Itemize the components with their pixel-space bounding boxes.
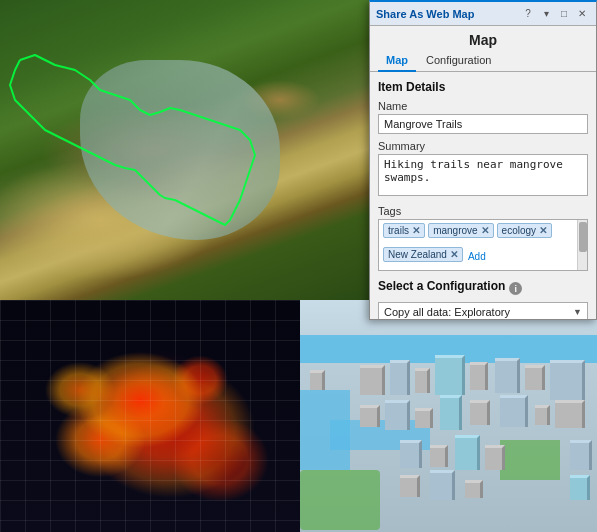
panel-heading: Map [370,26,596,50]
pin-button[interactable]: ▾ [538,6,554,22]
config-section-label: Select a Configuration [378,279,505,293]
building-21 [485,445,505,470]
tags-label: Tags [378,205,588,217]
green-area-2 [500,440,560,480]
building-2 [390,360,410,395]
building-7 [525,365,545,390]
config-dropdown[interactable]: Copy all data: Exploratory ▼ [378,302,588,319]
3d-city-canvas [300,300,597,532]
summary-input[interactable]: Hiking trails near mangrove swamps. [378,154,588,196]
3d-city-map [300,300,597,532]
tag-trails-remove[interactable]: ✕ [412,225,420,236]
add-tag-button[interactable]: Add [466,249,488,264]
panel-controls: ? ▾ □ ✕ [520,6,590,22]
building-6 [495,358,520,393]
building-5 [470,362,488,390]
info-icon[interactable]: i [509,282,522,295]
panel-title: Share As Web Map [376,8,474,20]
heatmap-canvas [0,300,300,532]
share-web-map-panel: Share As Web Map ? ▾ □ ✕ Map Map Configu… [369,0,597,320]
building-25 [465,480,483,498]
main-container: Share As Web Map ? ▾ □ ✕ Map Map Configu… [0,0,597,532]
tag-new-zealand: New Zealand ✕ [383,247,463,262]
building-20 [455,435,480,470]
panel-body: Item Details Name Summary Hiking trails … [370,72,596,319]
building-26 [570,475,590,500]
scroll-thumb [579,222,587,252]
tab-configuration[interactable]: Configuration [418,50,499,72]
name-input[interactable] [378,114,588,134]
building-24 [430,470,455,500]
building-22 [570,440,592,470]
building-17 [555,400,585,428]
building-15 [500,395,528,427]
panel-titlebar: Share As Web Map ? ▾ □ ✕ [370,2,596,26]
building-14 [470,400,490,425]
close-button[interactable]: ✕ [574,6,590,22]
dropdown-arrow-icon: ▼ [573,307,582,317]
green-area-1 [300,470,380,530]
building-13 [440,395,462,430]
panel-tabs: Map Configuration [370,50,596,72]
heatmap-panel [0,300,300,532]
building-3 [415,368,430,393]
tag-mangrove: mangrove ✕ [428,223,493,238]
config-section: Select a Configuration i Copy all data: … [378,279,588,319]
building-1 [360,365,385,395]
config-label-row: Select a Configuration i [378,279,588,298]
building-10 [360,405,380,427]
tab-map[interactable]: Map [378,50,416,72]
top-satellite-map [0,0,370,300]
tag-ecology: ecology ✕ [497,223,552,238]
building-4 [435,355,465,395]
building-16 [535,405,550,425]
name-label: Name [378,100,588,112]
tag-new-zealand-remove[interactable]: ✕ [450,249,458,260]
building-23 [400,475,420,497]
heat-grid-overlay [0,300,300,532]
tags-container: trails ✕ mangrove ✕ ecology ✕ New Zealan… [378,219,588,271]
config-dropdown-value: Copy all data: Exploratory [384,306,510,318]
tag-ecology-remove[interactable]: ✕ [539,225,547,236]
building-8 [550,360,585,400]
building-18 [400,440,422,468]
tags-scrollbar[interactable] [577,220,587,270]
help-button[interactable]: ? [520,6,536,22]
tag-trails: trails ✕ [383,223,425,238]
building-12 [415,408,433,428]
float-button[interactable]: □ [556,6,572,22]
item-details-label: Item Details [378,80,588,94]
building-9 [310,370,325,390]
summary-label: Summary [378,140,588,152]
tag-mangrove-remove[interactable]: ✕ [481,225,489,236]
building-11 [385,400,410,430]
building-19 [430,445,448,467]
